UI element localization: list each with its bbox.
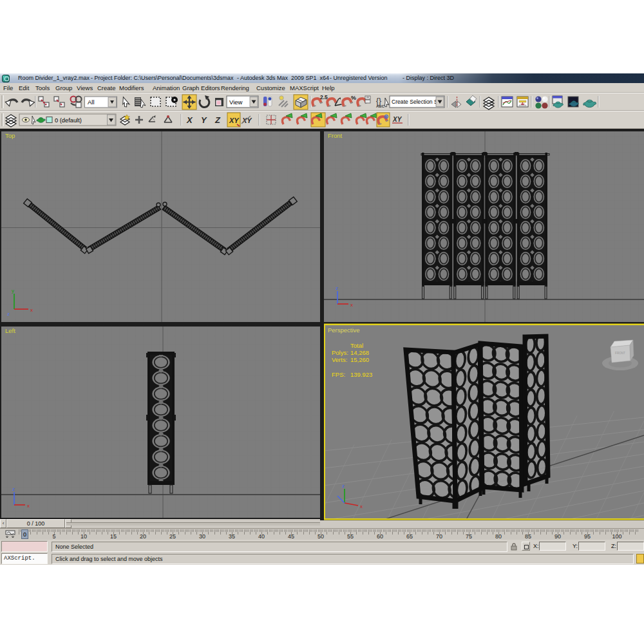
svg-text:Top: Top (5, 132, 15, 139)
svg-text:View: View (229, 99, 243, 106)
svg-text:Verts:: Verts: (332, 356, 347, 363)
svg-text:14,268: 14,268 (350, 349, 369, 356)
svg-text:ABC: ABC (376, 104, 385, 108)
svg-text:X: X (186, 115, 193, 125)
svg-text:Y: Y (201, 115, 207, 125)
svg-text:z: z (342, 483, 345, 489)
svg-text:z: z (336, 285, 338, 291)
svg-text:Total: Total (350, 342, 363, 349)
svg-text:Front: Front (328, 132, 343, 139)
svg-text:XY: XY (392, 116, 402, 123)
svg-text:Perspective: Perspective (328, 327, 360, 334)
svg-text:XY: XY (242, 117, 252, 124)
svg-text:2.5: 2.5 (320, 94, 328, 100)
svg-text:z: z (12, 486, 15, 492)
svg-text:FRONT: FRONT (615, 352, 625, 355)
svg-text:%: % (351, 95, 356, 101)
svg-text:x: x (350, 302, 353, 308)
svg-text:0 (default): 0 (default) (55, 117, 82, 124)
svg-text:Z: Z (214, 115, 221, 125)
svg-text:Create Selection Set: Create Selection Set (392, 99, 442, 105)
svg-text:Left: Left (5, 327, 15, 334)
svg-text:x: x (27, 503, 30, 509)
svg-text:x: x (360, 504, 363, 509)
svg-text:y: y (12, 288, 14, 294)
svg-text:Polys:: Polys: (332, 349, 348, 356)
svg-text:XY: XY (229, 117, 240, 124)
svg-text:15,260: 15,260 (350, 356, 369, 363)
svg-text:x: x (30, 307, 33, 313)
svg-text:All: All (88, 99, 95, 106)
svg-text:z: z (7, 311, 10, 317)
svg-text:FPS:: FPS: (332, 371, 345, 378)
svg-text:139.923: 139.923 (350, 371, 372, 378)
